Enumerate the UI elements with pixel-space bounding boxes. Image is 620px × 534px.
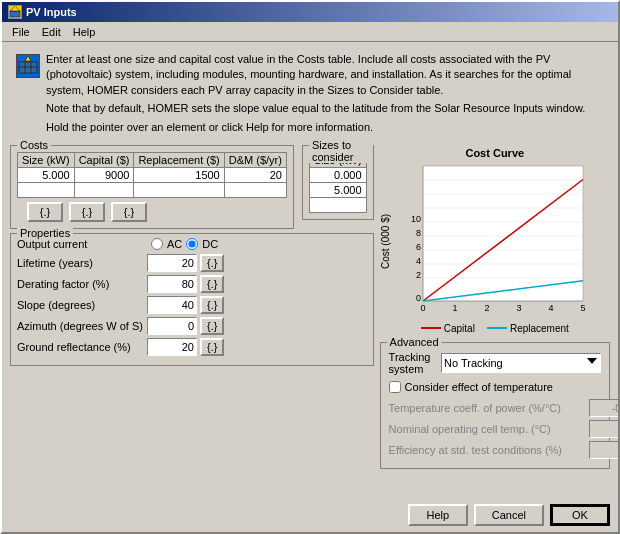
nominal-temp-input[interactable] xyxy=(589,420,618,438)
svg-text:3: 3 xyxy=(516,303,521,313)
svg-text:1: 1 xyxy=(452,303,457,313)
menu-bar: File Edit Help xyxy=(2,22,618,42)
sizes-row-2: 5.000 xyxy=(309,182,366,197)
azimuth-formula-btn[interactable]: {.} xyxy=(200,317,224,335)
costs-row-empty xyxy=(18,182,287,197)
svg-rect-10 xyxy=(423,166,583,301)
legend-capital: Capital xyxy=(421,323,475,334)
sizes-row-1: 0.000 xyxy=(309,167,366,182)
svg-marker-9 xyxy=(25,56,31,61)
svg-text:5: 5 xyxy=(580,303,585,313)
main-panels: Costs Size (kW) Capital ($) Replacement … xyxy=(10,145,610,494)
svg-text:0: 0 xyxy=(420,303,425,313)
radio-dc[interactable] xyxy=(186,238,198,250)
menu-help[interactable]: Help xyxy=(67,24,102,40)
sizes-label: Sizes to consider xyxy=(309,139,373,163)
slope-formula-btn[interactable]: {.} xyxy=(200,296,224,314)
ok-button[interactable]: OK xyxy=(550,504,610,526)
menu-file[interactable]: File xyxy=(6,24,36,40)
lifetime-input[interactable] xyxy=(147,254,197,272)
costs-group: Costs Size (kW) Capital ($) Replacement … xyxy=(10,145,294,229)
svg-text:2: 2 xyxy=(416,270,421,280)
derating-label: Derating factor (%) xyxy=(17,278,147,290)
legend-capital-line xyxy=(421,327,441,329)
sizes-val-2[interactable]: 5.000 xyxy=(309,182,366,197)
temp-coeff-label: Temperature coeff. of power (%/°C) xyxy=(389,402,589,414)
efficiency-input[interactable] xyxy=(589,441,618,459)
temp-coeff-input[interactable] xyxy=(589,399,618,417)
title-bar: PV Inputs xyxy=(2,2,618,22)
derating-formula-btn[interactable]: {.} xyxy=(200,275,224,293)
slope-input[interactable] xyxy=(147,296,197,314)
left-panel: Costs Size (kW) Capital ($) Replacement … xyxy=(10,145,374,494)
slope-label: Slope (degrees) xyxy=(17,299,147,311)
info-text-3: Hold the pointer over an element or clic… xyxy=(46,120,604,135)
legend-replacement: Replacement xyxy=(487,323,569,334)
costs-om-1[interactable]: 20 xyxy=(224,167,286,182)
help-button[interactable]: Help xyxy=(408,504,468,526)
cost-curve-chart: 0 2 4 6 8 10 0 1 2 3 xyxy=(393,161,593,321)
costs-replacement-1[interactable]: 1500 xyxy=(134,167,224,182)
menu-edit[interactable]: Edit xyxy=(36,24,67,40)
radio-ac-label: AC xyxy=(167,238,182,250)
efficiency-row: Efficiency at std. test conditions (%) {… xyxy=(389,441,601,459)
costs-size-1[interactable]: 5.000 xyxy=(18,167,75,182)
slope-row: Slope (degrees) {.} xyxy=(17,296,367,314)
window-title: PV Inputs xyxy=(26,6,612,18)
info-text-2: Note that by default, HOMER sets the slo… xyxy=(46,101,604,116)
tracking-select-wrapper: No Tracking 1-Axis Tracking 2-Axis Track… xyxy=(441,353,601,373)
chart-area: Cost Curve Cost (000 $) xyxy=(380,145,610,334)
consider-temp-checkbox[interactable] xyxy=(389,381,401,393)
output-current-label: Output current xyxy=(17,238,147,250)
derating-row: Derating factor (%) {.} xyxy=(17,275,367,293)
azimuth-label: Azimuth (degrees W of S) xyxy=(17,320,147,332)
nominal-temp-row: Nominal operating cell temp. (°C) {.} xyxy=(389,420,601,438)
svg-text:8: 8 xyxy=(416,228,421,238)
svg-line-3 xyxy=(18,7,20,9)
ground-reflectance-formula-btn[interactable]: {.} xyxy=(200,338,224,356)
derating-input[interactable] xyxy=(147,275,197,293)
formula-buttons: {.} {.} {.} xyxy=(17,202,287,222)
pv-icon xyxy=(16,54,40,78)
main-window: PV Inputs File Edit Help Enter at least … xyxy=(0,0,620,534)
ground-reflectance-input[interactable] xyxy=(147,338,197,356)
svg-rect-0 xyxy=(10,11,20,17)
costs-size-empty[interactable] xyxy=(18,182,75,197)
costs-om-empty[interactable] xyxy=(224,182,286,197)
advanced-group: Advanced Tracking system No Tracking 1-A… xyxy=(380,342,610,469)
svg-text:4: 4 xyxy=(548,303,553,313)
formula-btn-1[interactable]: {.} xyxy=(27,202,63,222)
col-om: D&M ($/yr) xyxy=(224,152,286,167)
tracking-label: Tracking system xyxy=(389,351,435,375)
col-replacement: Replacement ($) xyxy=(134,152,224,167)
costs-replacement-empty[interactable] xyxy=(134,182,224,197)
info-text: Enter at least one size and capital cost… xyxy=(46,52,604,135)
costs-capital-1[interactable]: 9000 xyxy=(74,167,134,182)
consider-temp-row: Consider effect of temperature xyxy=(389,381,601,393)
cancel-button[interactable]: Cancel xyxy=(474,504,544,526)
right-panel: Cost Curve Cost (000 $) xyxy=(380,145,610,494)
formula-btn-3[interactable]: {.} xyxy=(111,202,147,222)
tracking-row: Tracking system No Tracking 1-Axis Track… xyxy=(389,351,601,375)
svg-rect-5 xyxy=(19,62,37,73)
y-axis-label: Cost (000 $) xyxy=(380,161,391,321)
sizes-val-3[interactable] xyxy=(309,197,366,212)
output-current-row: Output current AC DC xyxy=(17,238,367,250)
legend-capital-label: Capital xyxy=(444,323,475,334)
formula-btn-2[interactable]: {.} xyxy=(69,202,105,222)
svg-text:0: 0 xyxy=(416,293,421,303)
radio-ac[interactable] xyxy=(151,238,163,250)
lifetime-row: Lifetime (years) {.} xyxy=(17,254,367,272)
properties-group: Properties Output current AC DC Lifetime… xyxy=(10,233,374,366)
col-capital: Capital ($) xyxy=(74,152,134,167)
nominal-temp-label: Nominal operating cell temp. (°C) xyxy=(389,423,589,435)
costs-capital-empty[interactable] xyxy=(74,182,134,197)
azimuth-input[interactable] xyxy=(147,317,197,335)
costs-row-1: 5.000 9000 1500 20 xyxy=(18,167,287,182)
sizes-val-1[interactable]: 0.000 xyxy=(309,167,366,182)
lifetime-formula-btn[interactable]: {.} xyxy=(200,254,224,272)
efficiency-label: Efficiency at std. test conditions (%) xyxy=(389,444,589,456)
azimuth-row: Azimuth (degrees W of S) {.} xyxy=(17,317,367,335)
tracking-select[interactable]: No Tracking 1-Axis Tracking 2-Axis Track… xyxy=(441,353,601,373)
ground-reflectance-label: Ground reflectance (%) xyxy=(17,341,147,353)
